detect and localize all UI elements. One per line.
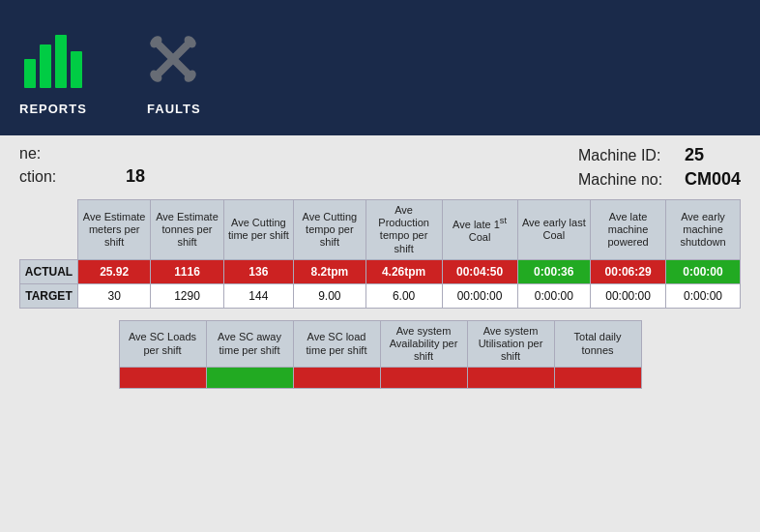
actual-val-4: 4.26tpm <box>365 259 442 283</box>
faults-icon <box>145 20 203 98</box>
section-line: ction: 18 <box>19 166 145 187</box>
target-val-5: 00:00:00 <box>442 283 517 308</box>
col2-header-2: Ave SC load time per shift <box>293 320 380 368</box>
col-header-0: Ave Estimate meters per shift <box>78 200 151 260</box>
col2-header-3: Ave system Availability per shift <box>380 320 467 368</box>
right-info: Machine ID: 25 Machine no: CM004 <box>578 145 741 190</box>
faults-label: FAULTS <box>147 102 201 116</box>
actual-val-8: 0:00:00 <box>666 259 741 283</box>
machine-id-value: 25 <box>685 145 704 165</box>
t2-actual-0 <box>119 368 206 389</box>
target-val-4: 6.00 <box>365 283 442 308</box>
faults-nav[interactable]: FAULTS <box>145 20 203 116</box>
actual-val-6: 0:00:36 <box>517 259 591 283</box>
t2-actual-3 <box>380 368 467 389</box>
actual-row: ACTUAL 25.92 1116 136 8.2tpm 4.26tpm 00:… <box>20 259 741 283</box>
actual-label: ACTUAL <box>20 259 78 283</box>
actual-val-7: 00:06:29 <box>591 259 666 283</box>
t2-actual-1 <box>206 368 293 389</box>
col-header-4: Ave Production tempo per shift <box>365 200 442 260</box>
second-table-wrap: Ave SC Loads per shift Ave SC away time … <box>19 320 741 390</box>
machine-id-label: Machine ID: <box>578 147 675 164</box>
actual-val-2: 136 <box>223 259 293 283</box>
t2-actual-2 <box>293 368 380 389</box>
target-val-6: 0:00:00 <box>517 283 591 308</box>
t2-actual-4 <box>467 368 554 389</box>
target-val-3: 9.00 <box>294 283 366 308</box>
col-header-1: Ave Estimate tonnes per shift <box>151 200 223 260</box>
actual-val-3: 8.2tpm <box>294 259 366 283</box>
actual-val-0: 25.92 <box>78 259 151 283</box>
reports-label: REPORTS <box>19 102 87 116</box>
target-val-0: 30 <box>78 283 151 308</box>
reports-nav[interactable]: REPORTS <box>19 20 87 116</box>
name-line: ne: <box>19 145 145 163</box>
machine-no-label: Machine no: <box>578 171 675 189</box>
section-value: 18 <box>126 166 145 187</box>
reports-icon <box>24 20 82 98</box>
actual-val-1: 1116 <box>151 259 223 283</box>
col2-header-4: Ave system Utilisation per shift <box>467 320 554 368</box>
machine-id-line: Machine ID: 25 <box>578 145 741 165</box>
t2-actual-5 <box>554 368 641 389</box>
app-header: REPORTS FAULTS <box>0 0 760 135</box>
main-content: ne: ction: 18 Machine ID: 25 Machine no:… <box>0 135 760 399</box>
col-header-2: Ave Cutting time per shift <box>223 200 293 260</box>
machine-no-line: Machine no: CM004 <box>578 169 741 190</box>
col-header-7: Ave late machine powered <box>591 200 666 260</box>
target-label: TARGET <box>20 283 78 308</box>
target-val-2: 144 <box>223 283 293 308</box>
col2-header-1: Ave SC away time per shift <box>206 320 293 368</box>
left-info: ne: ction: 18 <box>19 145 145 190</box>
actual-val-5: 00:04:50 <box>442 259 517 283</box>
machine-no-value: CM004 <box>685 169 741 190</box>
col-header-3: Ave Cutting tempo per shift <box>294 200 366 260</box>
name-label: ne: <box>19 145 116 163</box>
target-val-8: 0:00:00 <box>666 283 741 308</box>
col2-header-5: Total daily tonnes <box>554 320 641 368</box>
main-data-table: Ave Estimate meters per shift Ave Estima… <box>19 199 741 309</box>
col-header-6: Ave early last Coal <box>517 200 591 260</box>
secondary-data-table: Ave SC Loads per shift Ave SC away time … <box>119 320 642 390</box>
col-header-empty <box>20 200 78 260</box>
machine-info-row: ne: ction: 18 Machine ID: 25 Machine no:… <box>19 145 741 190</box>
col-header-5: Ave late 1st Coal <box>442 200 517 260</box>
target-val-1: 1290 <box>151 283 223 308</box>
target-row: TARGET 30 1290 144 9.00 6.00 00:00:00 0:… <box>20 283 741 308</box>
table2-actual-row <box>119 368 641 389</box>
target-val-7: 00:00:00 <box>591 283 666 308</box>
col2-header-0: Ave SC Loads per shift <box>119 320 206 368</box>
section-label: ction: <box>19 168 116 186</box>
col-header-8: Ave early machine shutdown <box>666 200 741 260</box>
